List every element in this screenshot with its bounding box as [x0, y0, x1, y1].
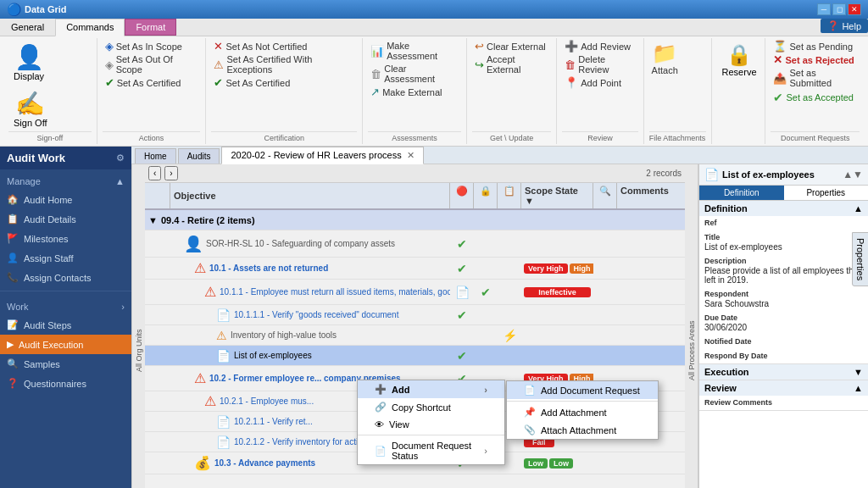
row-check1: 📄	[450, 284, 474, 301]
row-link[interactable]: 10.1.1 - Employee must return all issued…	[220, 287, 450, 297]
sidebar-work-arrow: ›	[121, 302, 125, 312]
set-as-out-of-scope-button[interactable]: ◈ Set As Out Of Scope	[103, 53, 201, 75]
rp-exec-collapse-icon[interactable]: ▼	[854, 367, 863, 377]
cm-add-attach-label: Add Attachment	[541, 408, 607, 418]
sidebar-item-audit-steps[interactable]: 📝 Audit Steps	[0, 315, 131, 335]
sidebar-item-audit-execution[interactable]: ▶ Audit Execution	[0, 335, 131, 354]
sidebar-item-assign-staff[interactable]: 👤 Assign Staff	[0, 248, 131, 268]
tab-home[interactable]: Home	[135, 148, 176, 164]
cm-attach-attachment[interactable]: 📎 Attach Attachment	[507, 421, 658, 439]
accept-external-button[interactable]: ↪ Accept External	[472, 53, 551, 75]
cm-add-doc-label: Add Document Request	[541, 385, 640, 396]
restore-button[interactable]: ◻	[832, 3, 846, 15]
row-icon: 👤	[184, 235, 203, 253]
cm-copy-shortcut-item[interactable]: 🔗 Copy Shortcut	[358, 398, 504, 416]
delete-review-button[interactable]: 🗑 Delete Review	[562, 53, 637, 75]
nav-next-button[interactable]: ›	[164, 166, 177, 180]
certified-exceptions-button[interactable]: ⚠ Set As Certified With Exceptions	[211, 53, 357, 75]
row-link[interactable]: 10.1.1.1 - Verify "goods received" docum…	[234, 310, 398, 319]
questionnaires-icon: ❓	[7, 378, 19, 389]
rp-field-due-date: Due Date 30/06/2020	[699, 311, 868, 335]
tab-format[interactable]: Format	[125, 19, 176, 36]
col-icon2[interactable]: 🔒	[474, 183, 498, 208]
tab-hr-leavers[interactable]: 2020-02 - Review of HR Leavers process ✕	[221, 147, 424, 164]
row-scope: Ineffective	[521, 286, 593, 299]
tab-close-icon[interactable]: ✕	[407, 150, 415, 160]
cm-doc-status-item[interactable]: 📄 Document Request Status ›	[358, 437, 504, 464]
sidebar-item-audit-details[interactable]: 📋 Audit Details	[0, 209, 131, 229]
row-link[interactable]: 10.1 - Assets are not returned	[209, 263, 328, 273]
set-submitted-button[interactable]: 📤 Set as Submitted	[771, 67, 860, 89]
cm-view-item[interactable]: 👁 View	[358, 416, 504, 433]
file-attach-button[interactable]: 📁 Attach	[649, 40, 681, 77]
rp-def-collapse-icon[interactable]: ▲	[854, 203, 863, 214]
clear-assessment-button[interactable]: 🗑 Clear Assessment	[368, 63, 461, 85]
sidebar-item-assign-contacts[interactable]: 📞 Assign Contacts	[0, 268, 131, 287]
row-check3	[498, 313, 521, 317]
ribbon-display-button[interactable]: 👤 Display	[8, 40, 49, 85]
tab-general[interactable]: General	[0, 19, 55, 36]
rp-expand-icon[interactable]: ▲▼	[843, 169, 863, 180]
sidebar-item-questionnaires[interactable]: ❓ Questionnaires	[0, 374, 131, 393]
add-review-button[interactable]: ➕ Add Review	[562, 40, 633, 53]
sidebar-item-samples[interactable]: 🔍 Samples	[0, 354, 131, 374]
table-row[interactable]: 📄 List of ex-employees ✔	[145, 346, 685, 366]
col-icon3[interactable]: 📋	[498, 183, 521, 208]
row-link[interactable]: 10.2.1.1 - Verify ret...	[234, 417, 313, 426]
sidebar-item-audit-home[interactable]: 🏠 Audit Home	[0, 190, 131, 209]
cm-add-doc-request[interactable]: 📄 Add Document Request	[507, 381, 658, 399]
minimize-button[interactable]: ─	[817, 3, 831, 15]
ribbon-signoff-button[interactable]: ✍️ Sign Off	[8, 86, 53, 131]
row-link[interactable]: 10.2.1 - Employee mus...	[220, 396, 314, 406]
make-assessment-button[interactable]: 📊 Make Assessment	[368, 40, 461, 62]
add-point-button[interactable]: 📍 Add Point	[562, 76, 624, 89]
close-button[interactable]: ✕	[848, 3, 861, 15]
reserve-button[interactable]: 🔒 Reserve	[717, 40, 762, 80]
rp-tab-properties[interactable]: Properties	[784, 186, 869, 200]
col-scope[interactable]: Scope State ▼	[521, 183, 593, 208]
row-link[interactable]: 10.3 - Advance payments	[214, 458, 315, 468]
rp-tab-definition[interactable]: Definition	[699, 186, 784, 200]
rp-review-collapse-icon[interactable]: ▲	[854, 383, 863, 393]
rp-field-ref: Ref	[699, 216, 868, 230]
col-icon1[interactable]: 🔴	[450, 183, 474, 208]
col-objective[interactable]: Objective	[170, 183, 450, 208]
not-certified-button[interactable]: ✕ Set As Not Certified	[211, 40, 309, 53]
cm-add-attachment[interactable]: 📌 Add Attachment	[507, 403, 658, 421]
rp-review-header[interactable]: Review ▲	[699, 380, 868, 396]
cm-add-item[interactable]: ➕ Add ›	[358, 380, 504, 398]
rp-title: List of ex-employees	[722, 169, 843, 180]
rp-execution-header[interactable]: Execution ▼	[699, 364, 868, 380]
set-pending-button[interactable]: ⏳ Set as Pending	[771, 40, 855, 53]
col-icon4[interactable]: 🔍	[593, 183, 617, 208]
row-scope-icon	[593, 377, 617, 380]
set-as-in-scope-button[interactable]: ◈ Set As In Scope	[103, 40, 185, 53]
table-row: ⚠ Inventory of high-value tools ⚡	[145, 325, 685, 346]
cm-copy-label: Copy Shortcut	[392, 402, 451, 413]
all-process-areas-label: All Process Areas	[685, 164, 698, 488]
tab-audits[interactable]: Audits	[178, 148, 220, 164]
table-row: ⚠ 10.1 - Assets are not returned ✔ Very …	[145, 258, 685, 280]
rp-definition-header[interactable]: Definition ▲	[699, 201, 868, 216]
help-button[interactable]: ❓Help	[821, 19, 868, 36]
table-row: 📄 10.1.1.1 - Verify "goods received" doc…	[145, 305, 685, 325]
set-accepted-button[interactable]: ✔ Set as Accepted	[771, 90, 856, 105]
set-as-certified-button[interactable]: ✔ Set As Certified	[103, 76, 184, 89]
tab-commands[interactable]: Commands	[55, 19, 125, 36]
sidebar-config-icon[interactable]: ⚙	[116, 152, 125, 164]
clear-external-button[interactable]: ↩ Clear External	[472, 40, 548, 53]
rp-header: 📄 List of ex-employees ▲▼	[699, 164, 868, 186]
sidebar-item-milestones[interactable]: 🚩 Milestones	[0, 229, 131, 248]
group-expand-icon[interactable]: ▼	[148, 215, 158, 225]
properties-tab[interactable]: Properties	[852, 232, 868, 286]
row-scope-icon	[593, 313, 617, 317]
make-external-button[interactable]: ↗ Make External	[368, 86, 444, 98]
row-comments	[617, 462, 685, 465]
certified-button[interactable]: ✔ Set As Certified	[211, 76, 292, 89]
set-rejected-button[interactable]: ✕ Set as Rejected	[771, 53, 856, 66]
group-header-retire: ▼ 09.4 - Retire (2 items)	[145, 210, 685, 230]
row-icon: 📄	[216, 308, 231, 322]
sidebar-collapse-icon[interactable]: ▲	[115, 176, 125, 186]
row-scope-icon	[593, 334, 617, 337]
nav-prev-button[interactable]: ‹	[148, 166, 161, 180]
